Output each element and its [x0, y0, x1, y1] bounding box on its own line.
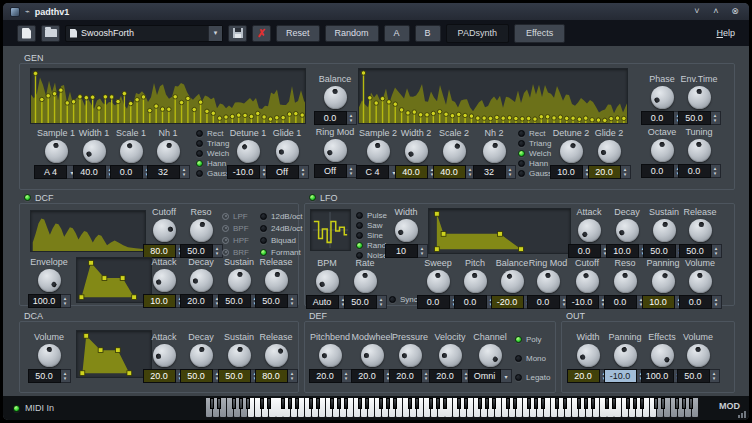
piano-key-black[interactable] — [267, 398, 271, 409]
radio-legato[interactable]: Legato — [515, 373, 550, 381]
piano-key-black[interactable] — [295, 398, 299, 409]
lfo-volume-knob[interactable] — [689, 270, 712, 293]
lfo-reso-knob[interactable] — [614, 270, 637, 293]
chevron-down-icon[interactable]: ▾ — [208, 26, 222, 41]
b-button[interactable]: B — [415, 25, 441, 42]
out-effects-knob[interactable] — [651, 344, 674, 367]
piano-key-black[interactable] — [492, 398, 496, 409]
lfo-sustain-knob[interactable] — [653, 219, 676, 242]
gen-detune1-knob[interactable] — [237, 140, 260, 163]
piano-key-black[interactable] — [408, 398, 412, 409]
gen-glide2-spinbox[interactable]: 20.0 — [588, 165, 631, 179]
harmonics-display-1[interactable] — [30, 68, 306, 124]
gen-nh1-spinbox[interactable]: 32 — [147, 165, 190, 179]
tab-padsynth[interactable]: PADsynth — [446, 24, 509, 43]
lfo-cutoff-knob[interactable] — [576, 270, 599, 293]
lfo-attack-knob[interactable] — [578, 219, 601, 242]
save-preset-button[interactable] — [228, 25, 247, 42]
spin-buttons[interactable] — [61, 369, 71, 383]
piano-key-black[interactable] — [457, 398, 461, 409]
def-velocity-spinbox[interactable]: 20.0 — [429, 369, 472, 383]
radio-24db[interactable]: 24dB/oct — [260, 224, 303, 232]
gen-nh2-knob[interactable] — [483, 140, 506, 163]
piano-key-black[interactable] — [260, 398, 264, 409]
gen-envtime-knob[interactable] — [688, 86, 711, 109]
piano-key-black[interactable] — [281, 398, 285, 409]
lfo-balance-knob[interactable] — [501, 270, 524, 293]
piano-key-black[interactable] — [330, 398, 334, 409]
piano-key-black[interactable] — [591, 398, 595, 409]
lfo-width-spinbox[interactable]: 10 — [385, 244, 428, 258]
radio-biquad[interactable]: Biquad — [260, 236, 303, 244]
gen-sample2-knob[interactable] — [367, 140, 390, 163]
lfo-sync-checkbox[interactable]: Sync — [389, 295, 418, 303]
piano-key-black[interactable] — [393, 398, 397, 409]
piano-key-black[interactable] — [443, 398, 447, 409]
radio-gauss[interactable]: Gauss — [518, 169, 552, 177]
piano-key-black[interactable] — [527, 398, 531, 409]
spin-buttons[interactable] — [712, 295, 722, 309]
dca-sustain-knob[interactable] — [228, 344, 251, 367]
gen-ringmod-knob[interactable] — [324, 139, 347, 162]
delete-preset-button[interactable]: ✗ — [252, 25, 271, 42]
piano-key-black[interactable] — [689, 398, 693, 409]
piano-key-black[interactable] — [485, 398, 489, 409]
gen-ringmod-spinbox[interactable]: Off — [314, 164, 357, 178]
def-pitchbend-spinbox[interactable]: 20.0 — [309, 369, 352, 383]
shade-icon[interactable]: ˅ — [690, 6, 704, 18]
piano-key-black[interactable] — [513, 398, 517, 409]
radio-12db[interactable]: 12dB/oct — [260, 212, 303, 220]
piano-key-black[interactable] — [246, 398, 250, 409]
gen-scale2-knob[interactable] — [443, 140, 466, 163]
def-pressure-spinbox[interactable]: 20.0 — [389, 369, 432, 383]
piano-key-black[interactable] — [506, 398, 510, 409]
lfo-sweep-knob[interactable] — [427, 270, 450, 293]
lfo-ringmod-knob[interactable] — [537, 270, 560, 293]
gen-glide2-knob[interactable] — [598, 140, 621, 163]
out-volume-knob[interactable] — [687, 344, 710, 367]
piano-key-black[interactable] — [478, 398, 482, 409]
lfo-release-knob[interactable] — [689, 219, 712, 242]
def-velocity-knob[interactable] — [439, 344, 462, 367]
lfo-decay-knob[interactable] — [616, 219, 639, 242]
out-panning-knob[interactable] — [614, 344, 637, 367]
spin-buttons[interactable] — [712, 244, 722, 258]
spin-buttons[interactable] — [180, 165, 190, 179]
piano-key-black[interactable] — [541, 398, 545, 409]
piano-key-black[interactable] — [605, 398, 609, 409]
piano-key-black[interactable] — [309, 398, 313, 409]
spin-buttons[interactable] — [377, 295, 387, 309]
gen-scale1-knob[interactable] — [120, 140, 143, 163]
piano-key-black[interactable] — [654, 398, 658, 409]
piano-key-black[interactable] — [534, 398, 538, 409]
reset-button[interactable]: Reset — [276, 25, 320, 42]
random-button[interactable]: Random — [325, 25, 379, 42]
dca-attack-knob[interactable] — [153, 344, 176, 367]
radio-formant[interactable]: Formant — [260, 248, 303, 256]
radio-triang[interactable]: Triang — [518, 139, 552, 147]
gen-nh1-knob[interactable] — [157, 140, 180, 163]
dcf-reso-spinbox[interactable]: 50.0 — [180, 244, 223, 258]
spin-buttons[interactable] — [418, 244, 428, 258]
gen-balance-knob[interactable] — [324, 86, 347, 109]
def-pitchbend-knob[interactable] — [319, 344, 342, 367]
gen-octave-knob[interactable] — [651, 139, 674, 162]
gen-scale2-spinbox[interactable]: 40.0 — [433, 165, 476, 179]
gen-glide1-knob[interactable] — [276, 140, 299, 163]
gen-width2-knob[interactable] — [405, 140, 428, 163]
spin-buttons[interactable] — [61, 294, 71, 308]
lfo-width-knob[interactable] — [395, 219, 418, 242]
dcf-reso-knob[interactable] — [190, 219, 213, 242]
gen-tuning-spinbox[interactable]: 0.0 — [678, 164, 721, 178]
piano-key-black[interactable] — [584, 398, 588, 409]
lfo-release-spinbox[interactable]: 50.0 — [679, 244, 722, 258]
out-volume-spinbox[interactable]: 50.0 — [677, 369, 720, 383]
dcf-sustain-knob[interactable] — [228, 269, 251, 292]
piano-key-black[interactable] — [661, 398, 665, 409]
piano-key-black[interactable] — [288, 398, 292, 409]
piano-key-black[interactable] — [675, 398, 679, 409]
piano-key-black[interactable] — [563, 398, 567, 409]
new-preset-button[interactable] — [17, 25, 36, 42]
piano-key-black[interactable] — [379, 398, 383, 409]
chevron-down-icon[interactable]: ▾ — [501, 369, 512, 383]
